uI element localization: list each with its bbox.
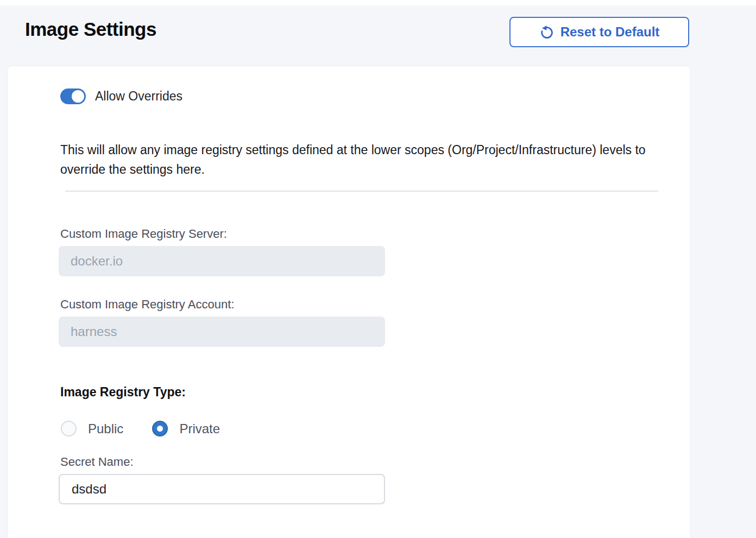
allow-overrides-toggle[interactable] [60, 88, 86, 104]
registry-server-label: Custom Image Registry Server: [60, 227, 227, 241]
top-strip [0, 0, 756, 5]
registry-type-options: Public Private [61, 421, 220, 436]
registry-type-label: Image Registry Type: [60, 385, 186, 400]
radio-private-label: Private [179, 421, 220, 436]
radio-private[interactable]: Private [152, 421, 220, 436]
toggle-knob [72, 90, 84, 103]
secret-name-input[interactable] [59, 474, 385, 504]
registry-account-label: Custom Image Registry Account: [60, 298, 234, 312]
radio-private-control[interactable] [152, 421, 168, 436]
secret-name-label: Secret Name: [60, 455, 134, 469]
reset-button-label: Reset to Default [560, 24, 660, 40]
allow-overrides-label: Allow Overrides [95, 89, 182, 104]
overrides-description: This will allow any image registry setti… [60, 140, 667, 179]
radio-public[interactable]: Public [61, 421, 123, 436]
section-divider [65, 191, 658, 192]
radio-public-label: Public [88, 421, 123, 436]
reset-icon [539, 25, 554, 40]
registry-server-input[interactable] [59, 246, 385, 276]
radio-public-control[interactable] [61, 421, 77, 436]
settings-card: Allow Overrides This will allow any imag… [8, 66, 690, 538]
registry-account-input[interactable] [59, 317, 385, 347]
allow-overrides-row: Allow Overrides [60, 88, 182, 104]
reset-to-default-button[interactable]: Reset to Default [509, 17, 689, 47]
page-title: Image Settings [25, 18, 156, 40]
